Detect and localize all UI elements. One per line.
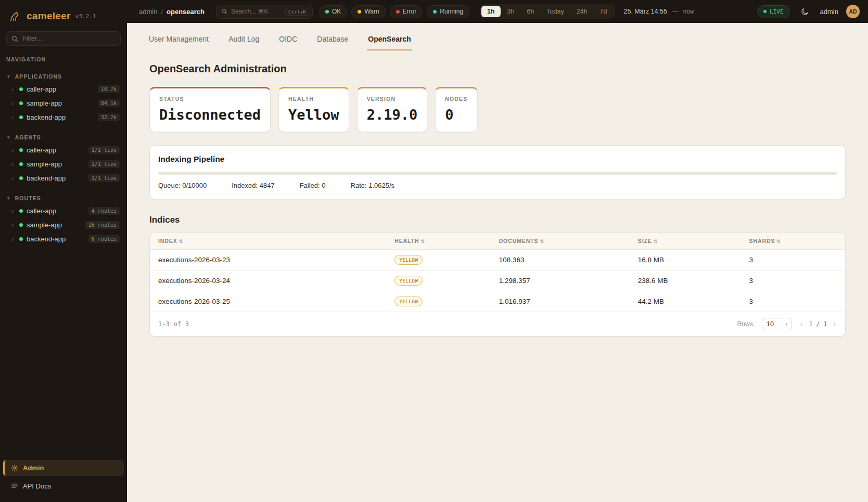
stat-value: Disconnected [159, 107, 261, 123]
sidebar-item-caller-app[interactable]: › caller-app 10.7k [0, 82, 127, 96]
time-range-6h[interactable]: 6h [521, 6, 540, 17]
navigation-label: NAVIGATION [0, 51, 127, 63]
search-input[interactable] [231, 8, 282, 15]
sidebar-filter[interactable] [6, 31, 121, 46]
stat-card-health: HEALTH Yellow [278, 87, 349, 132]
avatar[interactable]: AD [846, 5, 860, 18]
rows-per-page-select[interactable]: 10 ▾ [762, 318, 792, 330]
breadcrumb-opensearch[interactable]: opensearch [167, 8, 205, 16]
stat-card-version: VERSION 2.19.0 [357, 87, 428, 132]
sidebar-item-admin[interactable]: Admin [3, 460, 124, 476]
cell-size: 238.6 MB [630, 271, 741, 291]
section-label: APPLICATIONS [15, 73, 62, 80]
stat-label: NODES [445, 96, 467, 102]
tab-bar: User Management Audit Log OIDC Database … [127, 30, 868, 50]
rows-per-page-label: Rows: [737, 320, 755, 328]
sidebar-item-agent-sample-app[interactable]: › sample-app 1/1 live [0, 157, 127, 171]
filter-input[interactable] [22, 35, 116, 42]
sidebar-item-route-backend-app[interactable]: › backend-app 6 routes [0, 232, 127, 246]
stat-label: VERSION [367, 96, 418, 102]
chip-label: Warn [364, 8, 379, 15]
section-header-routes[interactable]: ▾ ROUTES [0, 192, 127, 204]
time-range-3h[interactable]: 3h [502, 6, 520, 17]
filter-chip-ok[interactable]: OK [319, 5, 347, 18]
item-label: caller-app [27, 85, 56, 93]
table-row[interactable]: executions-2026-03-24 YELLOW 1.298.357 2… [150, 271, 845, 291]
sort-icon: ⇅ [654, 239, 658, 244]
column-header-documents[interactable]: DOCUMENTS⇅ [491, 233, 630, 250]
breadcrumb-admin[interactable]: admin [139, 8, 157, 16]
gear-icon [11, 465, 18, 472]
sidebar-item-agent-backend-app[interactable]: › backend-app 1/1 live [0, 171, 127, 185]
sort-icon: ⇅ [420, 239, 425, 244]
tab-opensearch[interactable]: OpenSearch [367, 30, 412, 50]
logo[interactable]: cameleer v3.2.1 [0, 7, 127, 28]
chip-label: Running [440, 8, 463, 15]
rows-value: 10 [767, 320, 774, 328]
dark-mode-toggle[interactable] [798, 4, 812, 19]
section-header-applications[interactable]: ▾ APPLICATIONS [0, 70, 127, 82]
cell-size: 44.2 MB [630, 291, 741, 312]
caret-down-icon: ▾ [785, 322, 787, 327]
sidebar: cameleer v3.2.1 NAVIGATION ▾ APPLICATION… [0, 0, 127, 502]
section-header-agents[interactable]: ▾ AGENTS [0, 131, 127, 143]
caret-down-icon: ▾ [7, 196, 10, 201]
sidebar-item-api-docs[interactable]: API Docs [0, 478, 127, 494]
column-header-index[interactable]: INDEX⇅ [150, 233, 386, 250]
date-range[interactable]: 25. März 14:55 — now [624, 8, 694, 15]
filter-chip-running[interactable]: Running [427, 5, 469, 18]
indices-table: INDEX⇅ HEALTH⇅ DOCUMENTS⇅ SIZE⇅ SHARDS⇅ … [150, 233, 845, 312]
api-docs-label: API Docs [23, 482, 51, 490]
table-row[interactable]: executions-2026-03-25 YELLOW 1.016.937 4… [150, 291, 845, 312]
sidebar-item-agent-caller-app[interactable]: › caller-app 1/1 live [0, 143, 127, 157]
chevron-right-icon: › [11, 100, 16, 107]
sidebar-item-route-sample-app[interactable]: › sample-app 16 routes [0, 218, 127, 232]
chip-label: Error [403, 8, 417, 15]
sidebar-item-sample-app[interactable]: › sample-app 84.1k [0, 96, 127, 110]
date-separator: — [672, 8, 679, 15]
time-range-24h[interactable]: 24h [571, 6, 593, 17]
stat-label: STATUS [159, 96, 261, 102]
global-search[interactable]: Ctrl+K [216, 5, 313, 19]
indices-title: Indices [149, 215, 846, 225]
cell-documents: 1.016.937 [491, 291, 630, 312]
previous-page-button[interactable]: ‹ [799, 320, 804, 328]
column-header-size[interactable]: SIZE⇅ [630, 233, 741, 250]
table-footer: 1-3 of 3 Rows: 10 ▾ ‹ 1 / 1 › [150, 312, 845, 336]
column-header-shards[interactable]: SHARDS⇅ [741, 233, 845, 250]
time-range-7d[interactable]: 7d [594, 6, 613, 17]
tab-user-management[interactable]: User Management [148, 30, 210, 50]
stat-value: 0 [445, 107, 467, 123]
tab-oidc[interactable]: OIDC [278, 30, 298, 50]
live-toggle[interactable]: LIVE [757, 5, 790, 18]
pipeline-stats: Queue: 0/10000 Indexed: 4847 Failed: 0 R… [158, 182, 837, 189]
sidebar-item-backend-app[interactable]: › backend-app 32.2k [0, 110, 127, 124]
pipeline-queue: Queue: 0/10000 [158, 182, 207, 189]
column-header-health[interactable]: HEALTH⇅ [386, 233, 490, 250]
tab-audit-log[interactable]: Audit Log [227, 30, 260, 50]
section-label: ROUTES [15, 195, 41, 201]
chevron-right-icon: › [11, 236, 16, 243]
item-badge: 6 routes [88, 235, 120, 243]
stat-value: 2.19.0 [367, 107, 418, 123]
section-label: AGENTS [15, 134, 41, 140]
tab-database[interactable]: Database [316, 30, 349, 50]
pipeline-progress-bar [158, 172, 837, 175]
page-title: OpenSearch Administration [149, 63, 846, 75]
sidebar-footer: Admin API Docs [0, 460, 127, 496]
table-row[interactable]: executions-2026-03-23 YELLOW 108.363 16.… [150, 250, 845, 271]
app-version: v3.2.1 [75, 13, 96, 20]
docs-icon [11, 482, 18, 490]
filter-chip-warn[interactable]: Warn [351, 5, 385, 18]
sidebar-item-route-caller-app[interactable]: › caller-app 4 routes [0, 204, 127, 218]
filter-chip-error[interactable]: Error [390, 5, 423, 18]
status-filters: OK Warn Error Running [319, 5, 469, 18]
search-icon [221, 8, 227, 15]
time-range-today[interactable]: Today [541, 6, 569, 17]
item-badge: 1/1 live [88, 146, 120, 154]
shortcut-kbd: Ctrl+K [285, 8, 309, 16]
next-page-button[interactable]: › [832, 320, 837, 328]
time-range-1h[interactable]: 1h [481, 6, 501, 17]
cell-documents: 108.363 [491, 250, 630, 271]
sort-icon: ⇅ [540, 239, 544, 244]
